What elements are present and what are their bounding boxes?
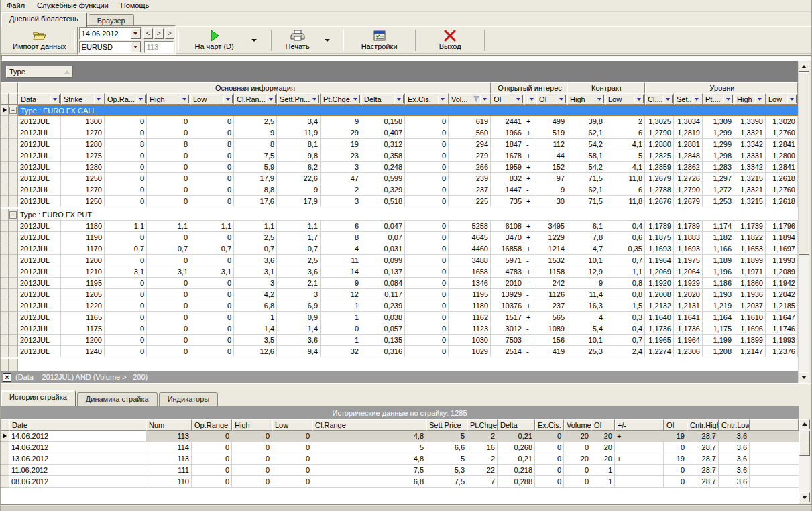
column-header-[interactable]: +/-: [615, 419, 664, 431]
cell[interactable]: 7,8: [567, 232, 605, 243]
cell[interactable]: 3,1: [105, 266, 147, 278]
cell[interactable]: 1,1640: [645, 312, 674, 323]
cell[interactable]: 1,2274: [645, 346, 674, 357]
cell[interactable]: 2012JUL: [18, 127, 61, 139]
cell[interactable]: 2012JUL: [18, 289, 61, 300]
cell[interactable]: -: [524, 184, 536, 196]
column-filter-dropdown[interactable]: [527, 95, 536, 103]
cell[interactable]: 4783: [491, 266, 524, 278]
cell[interactable]: 44: [536, 150, 567, 162]
cell[interactable]: 4,8: [312, 431, 426, 442]
date-nav-button-1[interactable]: >: [154, 28, 164, 39]
cell[interactable]: 17,9: [234, 173, 277, 184]
filter-checkbox[interactable]: ×: [3, 373, 11, 382]
cell[interactable]: 2,4: [605, 346, 645, 357]
cell[interactable]: 1270: [61, 127, 105, 139]
cell[interactable]: 1210: [61, 266, 105, 278]
table-row[interactable]: 14.06.201211400056,6160,2680020028,73,6: [1, 442, 799, 453]
cell[interactable]: 1270: [61, 184, 105, 196]
cell[interactable]: 62,1: [567, 184, 605, 196]
cell[interactable]: 5,4: [567, 323, 605, 335]
cell[interactable]: 1,3342: [734, 162, 766, 173]
cell[interactable]: 0: [405, 300, 449, 312]
cell[interactable]: 11,8: [605, 173, 645, 184]
cell[interactable]: 0: [105, 150, 147, 162]
cell[interactable]: -: [524, 323, 536, 335]
column-header-excis[interactable]: Ex.Cis.: [535, 419, 564, 431]
cell[interactable]: 1959: [491, 162, 524, 173]
column-filter-dropdown[interactable]: [723, 95, 733, 103]
cell[interactable]: 3,6: [234, 255, 277, 266]
column-header-high[interactable]: High: [232, 419, 272, 431]
cell[interactable]: 1,182: [703, 232, 734, 243]
print-dropdown[interactable]: [321, 29, 333, 52]
cell[interactable]: 0: [190, 127, 234, 139]
cell[interactable]: 1,2042: [766, 289, 798, 300]
cell[interactable]: 6: [605, 184, 645, 196]
cell[interactable]: 1,1942: [766, 278, 798, 289]
cell[interactable]: 47: [321, 173, 361, 184]
cell[interactable]: 0,8: [605, 278, 645, 289]
cell[interactable]: 32: [321, 346, 361, 357]
cell[interactable]: 13929: [491, 289, 524, 300]
cell[interactable]: 1,1789: [645, 221, 674, 232]
cell[interactable]: 4,2: [234, 289, 277, 300]
cell[interactable]: 156: [536, 335, 567, 346]
cell[interactable]: 8: [105, 139, 147, 150]
table-row[interactable]: 2012JUL11900002,51,780,07046453470+12297…: [1, 232, 798, 243]
cell[interactable]: 0: [147, 232, 190, 243]
cell[interactable]: 0,218: [498, 465, 535, 476]
cell[interactable]: 2012JUL: [18, 173, 61, 184]
cell[interactable]: +: [524, 173, 536, 184]
cell[interactable]: 1158: [536, 266, 567, 278]
cell[interactable]: 1,1746: [766, 323, 798, 335]
cell[interactable]: 0,135: [361, 335, 405, 346]
cell[interactable]: 1,2726: [674, 173, 703, 184]
cell[interactable]: 1,253: [703, 196, 734, 207]
cell[interactable]: 1,1: [277, 221, 321, 232]
import-data-button[interactable]: Импорт данных: [7, 27, 72, 53]
cell[interactable]: 5: [312, 442, 426, 453]
cell[interactable]: 9,8: [277, 150, 321, 162]
cell[interactable]: 1280: [61, 162, 105, 173]
settings-button[interactable]: Настройки: [346, 27, 413, 53]
cell[interactable]: 237: [536, 300, 567, 312]
cell[interactable]: 20: [564, 453, 591, 465]
cell[interactable]: 0: [405, 196, 449, 207]
cell[interactable]: 28,7: [687, 465, 719, 476]
cell[interactable]: 9: [277, 184, 321, 196]
cell[interactable]: 1,193: [703, 289, 734, 300]
cell[interactable]: 1,2862: [674, 162, 703, 173]
cell[interactable]: 1,1894: [766, 232, 798, 243]
main-grid-vscrollbar[interactable]: [798, 62, 809, 383]
cell[interactable]: 2012JUL: [18, 139, 61, 150]
cell[interactable]: 0: [147, 346, 190, 357]
table-row[interactable]: 08.06.20121100006,87,570,288001028,73,6: [1, 476, 799, 488]
cell[interactable]: 0: [105, 196, 147, 207]
cell[interactable]: 0: [405, 323, 449, 335]
column-header-oi[interactable]: OI: [536, 93, 567, 105]
column-header-low[interactable]: Low: [272, 419, 312, 431]
cell[interactable]: 1,2132: [645, 300, 674, 312]
cell[interactable]: 20: [591, 442, 615, 453]
cell[interactable]: 0,518: [361, 196, 405, 207]
cell[interactable]: 1,1964: [645, 255, 674, 266]
cell[interactable]: 1,299: [703, 127, 734, 139]
cell[interactable]: 1126: [536, 289, 567, 300]
cell[interactable]: 1,189: [703, 255, 734, 266]
column-header-oi[interactable]: OI: [664, 419, 687, 431]
cell[interactable]: 1,2760: [766, 127, 798, 139]
cell[interactable]: 0: [105, 300, 147, 312]
cell[interactable]: 0: [190, 232, 234, 243]
column-filter-dropdown[interactable]: [595, 95, 604, 103]
column-header-ptchge[interactable]: Pt.Chge.: [467, 419, 498, 431]
cell[interactable]: 0,7: [147, 243, 190, 255]
column-header-high[interactable]: High: [567, 93, 605, 105]
cell[interactable]: 114: [146, 442, 192, 453]
cell[interactable]: 0,099: [361, 255, 405, 266]
cell[interactable]: 0,358: [361, 150, 405, 162]
cell[interactable]: 1,1883: [674, 232, 703, 243]
cell[interactable]: 10,1: [567, 255, 605, 266]
cell[interactable]: 1280: [61, 139, 105, 150]
cell[interactable]: 1,199: [703, 335, 734, 346]
